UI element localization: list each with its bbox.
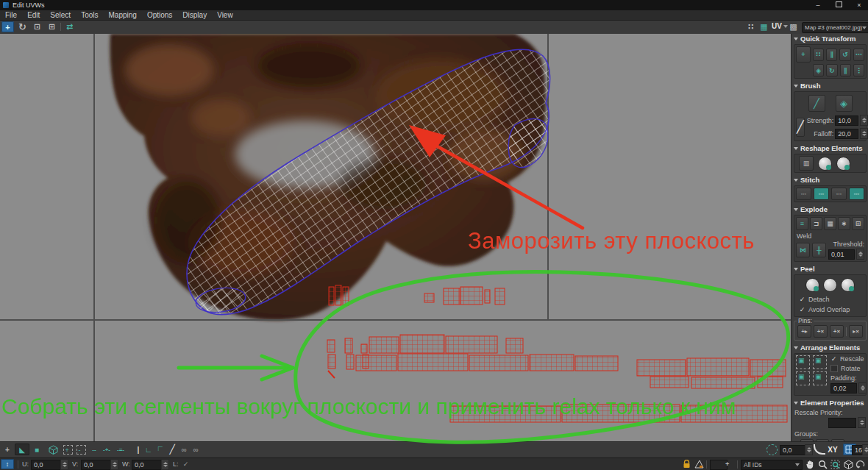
- padding-spinner[interactable]: [858, 382, 867, 394]
- reshape-relax-button[interactable]: [818, 157, 832, 171]
- falloff-curve-button[interactable]: ╱: [796, 118, 805, 137]
- rotate-checkbox[interactable]: [830, 365, 838, 372]
- soft-selection-button[interactable]: [766, 444, 778, 455]
- pack-custom-button[interactable]: ▣: [813, 355, 827, 369]
- weld-selected-button[interactable]: ⋈: [796, 243, 810, 257]
- u-coordinate-field[interactable]: 0,0: [31, 460, 62, 470]
- red-uv-segments[interactable]: [327, 285, 787, 422]
- rescale-elements-button[interactable]: ▣: [796, 371, 810, 385]
- checker-pattern-button[interactable]: ▩: [787, 21, 800, 32]
- pin-release-button[interactable]: +×: [814, 325, 828, 338]
- shrink-selection-button[interactable]: -: [75, 444, 87, 455]
- mirror-tool-button[interactable]: ⇄: [63, 21, 76, 32]
- qt-move-button[interactable]: +: [796, 46, 811, 63]
- pack-normalize-button[interactable]: ▣: [796, 355, 810, 369]
- rollout-quick-transform[interactable]: Quick Transform: [791, 34, 868, 43]
- freeform-tool-button[interactable]: ⊞: [46, 21, 58, 32]
- material-id-filter-dropdown[interactable]: All IDs: [741, 460, 803, 470]
- lock-selection-button[interactable]: [683, 459, 691, 469]
- u-spinner[interactable]: [60, 459, 68, 470]
- rollout-reshape-elements[interactable]: Reshape Elements: [791, 143, 868, 153]
- menu-edit[interactable]: Edit: [22, 10, 45, 20]
- gizmo-options-button[interactable]: +: [725, 459, 729, 469]
- paint-move-brush-button[interactable]: ╱: [808, 95, 825, 112]
- stitch-average-button[interactable]: ◦◦◦: [831, 188, 847, 200]
- soft-selection-spinner[interactable]: [805, 444, 813, 455]
- avoid-overlap-checkbox[interactable]: ✓: [799, 307, 805, 313]
- qt-space-h-button[interactable]: ⋯: [853, 49, 864, 61]
- point-to-point-button[interactable]: ∞: [178, 444, 190, 455]
- stitch-source-button[interactable]: ◦◦◦: [814, 188, 829, 200]
- shrink-loop-button[interactable]: -=-: [115, 444, 127, 455]
- stitch-custom-button[interactable]: ◦◦◦: [796, 188, 811, 200]
- detach-checkbox[interactable]: ✓: [799, 296, 805, 303]
- maximize-button[interactable]: [834, 0, 843, 10]
- paint-select-button[interactable]: ╱: [166, 444, 178, 455]
- stitch-target-button[interactable]: ◦◦◦: [849, 188, 864, 200]
- pin-move-button[interactable]: +▸: [797, 325, 811, 338]
- absolute-offset-toggle[interactable]: ↕: [1, 459, 14, 469]
- strength-field[interactable]: 10,0: [835, 115, 858, 126]
- move-tool-button[interactable]: +: [1, 21, 14, 32]
- w-spinner[interactable]: [161, 459, 169, 470]
- weld-target-button[interactable]: ╫: [812, 243, 826, 257]
- falloff-spinner[interactable]: [860, 128, 868, 139]
- axis-space-button[interactable]: XY: [827, 444, 839, 455]
- vertex-mode-button[interactable]: ◣: [15, 444, 29, 455]
- move-selected-button[interactable]: +: [1, 444, 13, 455]
- element-mode-button[interactable]: [47, 444, 59, 455]
- rollout-brush[interactable]: Brush: [791, 81, 868, 90]
- rollout-peel[interactable]: Peel: [791, 264, 868, 274]
- explode-break-button[interactable]: ≡: [796, 217, 808, 230]
- menu-display[interactable]: Display: [177, 10, 212, 20]
- map-selector-dropdown[interactable]: Map #3 (meat002.jpg): [802, 22, 868, 33]
- falloff-field[interactable]: 20,0: [835, 129, 858, 139]
- pin-show-button[interactable]: ▸×: [849, 325, 863, 338]
- rollout-explode[interactable]: Explode: [791, 204, 868, 214]
- rearrange-button[interactable]: ▣: [813, 371, 827, 385]
- menu-options[interactable]: Options: [142, 10, 177, 20]
- pin-invert-button[interactable]: +×: [830, 325, 844, 338]
- qt-linear-align-button[interactable]: ∥: [840, 64, 851, 76]
- menu-file[interactable]: File: [0, 10, 22, 20]
- relax-brush-button[interactable]: ◈: [836, 95, 853, 112]
- qt-align-pivot-button[interactable]: ◈: [813, 64, 824, 76]
- rollout-stitch[interactable]: Stitch: [791, 175, 868, 185]
- zoom-extents-button[interactable]: [844, 459, 853, 469]
- threshold-spinner[interactable]: [856, 249, 864, 260]
- rescale-checkbox[interactable]: ✓: [830, 356, 837, 363]
- qt-align-h-button[interactable]: ∷: [813, 49, 824, 61]
- show-grid-button[interactable]: ∷: [744, 21, 757, 32]
- menu-mapping[interactable]: Mapping: [104, 10, 142, 20]
- explode-flatten-button[interactable]: ▦: [824, 217, 836, 230]
- strength-spinner[interactable]: [860, 115, 868, 126]
- face-mode-button[interactable]: ■: [31, 444, 43, 455]
- falloff-profile-button[interactable]: [814, 444, 825, 455]
- menu-tools[interactable]: Tools: [76, 10, 103, 20]
- zoom-button[interactable]: [818, 459, 828, 469]
- uv-editor-canvas[interactable]: [0, 34, 791, 441]
- explode-tile-button[interactable]: ⊞: [852, 217, 864, 230]
- rescale-priority-field[interactable]: [828, 418, 856, 428]
- v-coordinate-field[interactable]: 0,0: [81, 460, 112, 470]
- v-spinner[interactable]: [110, 459, 118, 470]
- qt-align-v-button[interactable]: ∥: [826, 49, 837, 61]
- show-map-button[interactable]: ▦: [758, 21, 770, 32]
- w-coordinate-field[interactable]: 0,0: [132, 460, 163, 470]
- quick-peel-button[interactable]: [805, 278, 819, 292]
- zoom-to-gizmo-button[interactable]: [855, 459, 865, 469]
- grow-selection-button[interactable]: +: [62, 444, 74, 455]
- peel-mode-button[interactable]: [823, 278, 837, 292]
- edge-loop-button[interactable]: --: [88, 444, 100, 455]
- scale-tool-button[interactable]: ⊡: [31, 21, 43, 32]
- pan-button[interactable]: [805, 459, 814, 469]
- qt-rotate-cw-button[interactable]: ↻: [826, 64, 837, 76]
- loop-select-button[interactable]: ∞: [190, 444, 202, 455]
- threshold-field[interactable]: 0,01: [828, 249, 855, 260]
- qt-space-v-button[interactable]: ⋮: [853, 64, 864, 76]
- padding-field[interactable]: 0,02: [830, 383, 857, 394]
- rescale-priority-spinner[interactable]: [858, 417, 866, 428]
- zoom-region-button[interactable]: [830, 459, 841, 469]
- pelt-map-button[interactable]: [841, 278, 855, 292]
- lock-aspect-checkbox[interactable]: ✓: [182, 460, 189, 467]
